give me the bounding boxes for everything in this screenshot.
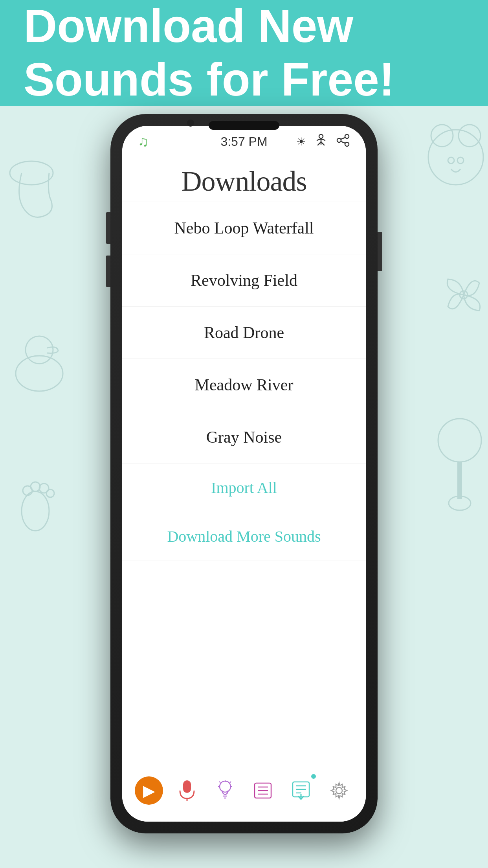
svg-point-32 — [220, 781, 231, 792]
screen-content: ♫ 3:57 PM ☀ — [122, 126, 366, 822]
svg-line-38 — [219, 782, 220, 783]
svg-line-27 — [341, 138, 345, 139]
nav-record[interactable] — [168, 776, 206, 805]
status-right: ☀ — [296, 133, 350, 150]
speaker — [209, 121, 279, 130]
gear-icon — [325, 776, 353, 805]
banner-text: Download New Sounds for Free! — [24, 0, 464, 107]
svg-point-20 — [319, 134, 323, 138]
volume-button-2 — [106, 256, 110, 287]
svg-point-0 — [10, 161, 53, 185]
top-banner: Download New Sounds for Free! — [0, 0, 488, 106]
svg-line-28 — [341, 142, 345, 143]
nav-settings[interactable] — [320, 776, 358, 805]
nav-active-dot — [311, 774, 316, 779]
share-icon[interactable] — [336, 133, 350, 150]
sound-item-3[interactable]: Road Drone — [122, 307, 366, 359]
download-icon — [287, 776, 315, 805]
svg-rect-29 — [183, 780, 191, 793]
svg-point-26 — [345, 142, 349, 146]
svg-point-25 — [337, 138, 341, 142]
svg-point-11 — [448, 157, 454, 164]
phone-outer: ♫ 3:57 PM ☀ — [110, 114, 378, 833]
svg-point-49 — [336, 787, 342, 794]
accessibility-icon[interactable] — [314, 133, 328, 150]
svg-point-12 — [457, 157, 464, 164]
status-left: ♫ — [138, 133, 149, 150]
svg-point-3 — [22, 491, 49, 531]
svg-point-7 — [46, 489, 54, 497]
nav-play[interactable]: ▶ — [130, 776, 168, 805]
svg-point-8 — [428, 130, 483, 185]
list-icon — [249, 776, 277, 805]
music-note-icon: ♫ — [138, 133, 149, 150]
phone-mockup: ♫ 3:57 PM ☀ — [110, 114, 378, 833]
nav-tips[interactable] — [206, 776, 244, 805]
front-camera — [187, 120, 194, 127]
status-time: 3:57 PM — [220, 134, 267, 149]
svg-point-1 — [16, 356, 63, 391]
svg-point-14 — [438, 419, 481, 462]
sound-item-1[interactable]: Nebo Loop Waterfall — [122, 202, 366, 254]
play-icon: ▶ — [135, 776, 163, 805]
phone-screen: ♫ 3:57 PM ☀ — [122, 126, 366, 822]
page-title: Downloads — [122, 165, 366, 198]
volume-button-1 — [106, 212, 110, 244]
nav-list[interactable] — [244, 776, 282, 805]
sound-item-4[interactable]: Meadow River — [122, 359, 366, 411]
power-button — [378, 232, 382, 271]
nav-download[interactable] — [282, 776, 320, 805]
svg-line-39 — [230, 782, 231, 783]
status-bar: ♫ 3:57 PM ☀ — [122, 126, 366, 157]
sound-item-5[interactable]: Gray Noise — [122, 411, 366, 463]
svg-point-24 — [345, 134, 349, 138]
microphone-icon — [173, 776, 201, 805]
download-more-button[interactable]: Download More Sounds — [122, 512, 366, 561]
sound-item-2[interactable]: Revolving Field — [122, 254, 366, 307]
bottom-navigation: ▶ — [122, 759, 366, 822]
svg-point-5 — [31, 482, 40, 491]
svg-point-2 — [26, 336, 53, 364]
lightbulb-icon — [211, 776, 239, 805]
sound-list: Nebo Loop Waterfall Revolving Field Road… — [122, 202, 366, 759]
brightness-icon[interactable]: ☀ — [296, 135, 306, 148]
import-all-button[interactable]: Import All — [122, 463, 366, 512]
page-title-area: Downloads — [122, 157, 366, 202]
svg-point-9 — [431, 125, 453, 147]
svg-point-10 — [459, 125, 481, 147]
